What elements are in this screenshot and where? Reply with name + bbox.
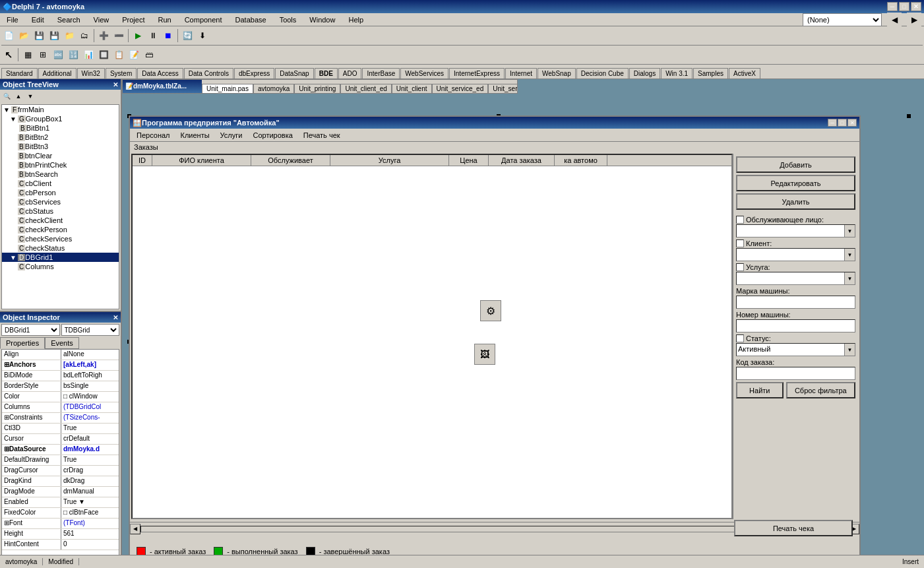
tree-down-btn[interactable]: ▼: [25, 91, 36, 102]
code-tab-active[interactable]: Unit_main.pas: [202, 84, 253, 93]
add-button[interactable]: Добавить: [736, 156, 855, 173]
tree-btnclear[interactable]: B btnClear: [2, 151, 119, 160]
tab-activex[interactable]: ActiveX: [729, 68, 760, 79]
code-tab-unit-service-ed[interactable]: Unit_service_ed: [432, 84, 489, 93]
menu-project[interactable]: Project: [118, 15, 148, 25]
menu-edit[interactable]: Edit: [28, 15, 48, 25]
code-tab-unit-printing[interactable]: Unit_printing: [294, 84, 340, 93]
check-client[interactable]: [736, 239, 744, 247]
remove-file[interactable]: ➖: [111, 28, 126, 43]
tree-cbclient[interactable]: C cbClient: [2, 179, 119, 188]
print-check-button[interactable]: Печать чека: [734, 520, 853, 536]
service-person-arrow[interactable]: ▼: [844, 225, 855, 237]
inspector-tab-events[interactable]: Events: [45, 337, 79, 349]
tab-webservices[interactable]: WebServices: [400, 68, 448, 79]
inspector-type-select[interactable]: TDBGrid: [61, 324, 120, 336]
add-file[interactable]: ➕: [96, 28, 111, 43]
tab-system[interactable]: System: [106, 68, 137, 79]
menu-search[interactable]: Search: [53, 15, 84, 25]
tb-icon1[interactable]: ▦: [20, 47, 35, 62]
run-button[interactable]: ▶: [131, 28, 145, 43]
menu-run[interactable]: Run: [154, 15, 175, 25]
treeview-close[interactable]: ✕: [113, 81, 118, 88]
tab-dialogs[interactable]: Dialogs: [629, 68, 660, 79]
close-button[interactable]: ✕: [911, 2, 921, 11]
tree-dbgrid1[interactable]: ▼ D DBGrid1: [2, 253, 119, 262]
menu-view[interactable]: View: [90, 15, 113, 25]
service-input[interactable]: [737, 272, 844, 284]
tab-win31[interactable]: Win 3.1: [661, 68, 693, 79]
tab-data-controls[interactable]: Data Controls: [184, 68, 233, 79]
brand-input[interactable]: [736, 296, 855, 309]
code-tab-avtomoyka[interactable]: avtomoyka: [253, 84, 294, 93]
cursor-tool[interactable]: ↖: [1, 47, 16, 62]
edit-button[interactable]: Редактировать: [736, 175, 855, 191]
tree-checkclient[interactable]: C checkClient: [2, 216, 119, 225]
tree-cbstatus[interactable]: C cbStatus: [2, 206, 119, 216]
tb-icon9[interactable]: 🗃: [142, 47, 156, 62]
tab-additional[interactable]: Additional: [38, 68, 77, 79]
stop-button[interactable]: ⏹: [161, 28, 175, 43]
inspector-object-select[interactable]: DBGrid1: [1, 324, 60, 336]
tree-bitbtn3[interactable]: B BitBtn3: [2, 142, 119, 151]
form-menu-clients[interactable]: Клиенты: [175, 130, 215, 141]
form-menu-personal[interactable]: Персонал: [131, 130, 175, 141]
tree-groupbox1[interactable]: ▼ G GroupBox1: [2, 114, 119, 123]
form-menu-print[interactable]: Печать чек: [298, 130, 346, 141]
tb-icon8[interactable]: 📝: [127, 47, 141, 62]
tab-ado[interactable]: ADO: [338, 68, 362, 79]
form-menu-services[interactable]: Услуги: [215, 130, 248, 141]
tree-bitbtn1[interactable]: B BitBtn1: [2, 123, 119, 133]
delete-button[interactable]: Удалить: [736, 193, 855, 210]
tree-up-btn[interactable]: ▲: [13, 91, 24, 102]
tab-internetexpress[interactable]: InternetExpress: [449, 68, 505, 79]
tree-cbservices[interactable]: C cbServices: [2, 197, 119, 206]
tb-icon4[interactable]: 🔢: [66, 47, 80, 62]
service-arrow[interactable]: ▼: [844, 272, 855, 284]
tab-websnap[interactable]: WebSnap: [538, 68, 576, 79]
tab-datasnap[interactable]: DataSnap: [275, 68, 313, 79]
check-status[interactable]: [736, 334, 744, 342]
menu-tools[interactable]: Tools: [276, 15, 301, 25]
form-menu-sort[interactable]: Сортировка: [247, 130, 297, 141]
status-arrow[interactable]: ▼: [844, 344, 855, 356]
save-project[interactable]: 🗂: [77, 28, 92, 43]
debug-step[interactable]: ⬇: [195, 28, 210, 43]
toggle-form[interactable]: 🔄: [180, 28, 195, 43]
service-person-input[interactable]: [737, 225, 844, 237]
tab-win32[interactable]: Win32: [77, 68, 105, 79]
form-maximize[interactable]: □: [838, 119, 847, 127]
none-dropdown[interactable]: (None): [803, 13, 882, 26]
find-button[interactable]: Найти: [736, 382, 784, 398]
tab-bde[interactable]: BDE: [315, 68, 338, 79]
tree-columns[interactable]: C Columns: [2, 262, 119, 271]
new-button[interactable]: 📄: [1, 28, 16, 43]
tab-samples[interactable]: Samples: [693, 68, 728, 79]
code-tab-unit-service[interactable]: Unit_service: [488, 84, 517, 93]
tree-filter-btn[interactable]: 🔍: [1, 91, 12, 102]
tree-checkservices[interactable]: C checkServices: [2, 234, 119, 243]
check-service-person[interactable]: [736, 216, 744, 224]
number-input[interactable]: [736, 319, 855, 332]
toolbar-nav-forward[interactable]: ▶: [907, 13, 921, 27]
menu-window[interactable]: Window: [305, 15, 339, 25]
tb-icon3[interactable]: 🔤: [51, 47, 65, 62]
tree-checkstatus[interactable]: C checkStatus: [2, 243, 119, 253]
tab-decision-cube[interactable]: Decision Cube: [576, 68, 629, 79]
tb-icon6[interactable]: 🔲: [96, 47, 111, 62]
tree-btnprintchek[interactable]: B btnPrintChek: [2, 160, 119, 170]
tab-interbase[interactable]: InterBase: [362, 68, 400, 79]
pause-button[interactable]: ⏸: [146, 28, 160, 43]
tree-frmmain[interactable]: ▼ F frmMain: [2, 105, 119, 114]
tab-standard[interactable]: Standard: [1, 68, 38, 79]
toolbar-nav-back[interactable]: ◀: [887, 13, 902, 27]
client-input[interactable]: [737, 249, 844, 261]
resize-handle-tr[interactable]: [907, 114, 911, 118]
minimize-button[interactable]: ─: [887, 2, 898, 11]
menu-help[interactable]: Help: [344, 15, 367, 25]
inspector-close[interactable]: ✕: [113, 314, 118, 321]
menu-file[interactable]: File: [3, 15, 22, 25]
tab-dbexpress[interactable]: dbExpress: [234, 68, 274, 79]
status-value[interactable]: Активный: [737, 344, 844, 356]
menu-component[interactable]: Component: [181, 15, 226, 25]
